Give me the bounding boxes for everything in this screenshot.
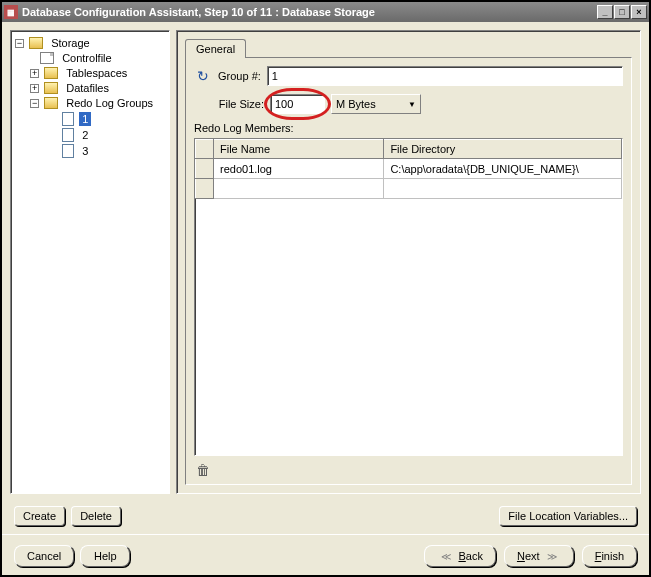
tree-label-controlfile[interactable]: Controlfile bbox=[59, 51, 115, 65]
tree-label-datafiles[interactable]: Datafiles bbox=[63, 81, 112, 95]
table-row-empty[interactable] bbox=[196, 179, 622, 199]
filesize-row: File Size: M Bytes ▼ bbox=[194, 94, 623, 114]
close-button[interactable]: × bbox=[631, 5, 647, 19]
cancel-button[interactable]: Cancel bbox=[14, 545, 74, 567]
app-icon: ▦ bbox=[4, 5, 18, 19]
redo-log-members-label: Redo Log Members: bbox=[194, 122, 623, 134]
create-button[interactable]: Create bbox=[14, 506, 65, 526]
chevron-right-icon: ≫ bbox=[543, 551, 561, 562]
row-header[interactable] bbox=[196, 179, 214, 199]
file-icon bbox=[40, 52, 54, 64]
tree-node-group3[interactable]: 3 bbox=[15, 143, 165, 159]
next-button[interactable]: Next ≫ bbox=[504, 545, 574, 567]
help-button[interactable]: Help bbox=[80, 545, 130, 567]
tree-label-tablespaces[interactable]: Tablespaces bbox=[63, 66, 130, 80]
expand-icon[interactable]: + bbox=[30, 69, 39, 78]
tab-strip: General bbox=[185, 39, 632, 58]
members-grid: File Name File Directory redo01.log C:\a… bbox=[195, 139, 622, 199]
nav-left-group: Cancel Help bbox=[14, 545, 130, 567]
expand-icon[interactable]: + bbox=[30, 84, 39, 93]
window-title: Database Configuration Assistant, Step 1… bbox=[22, 6, 597, 18]
col-file-directory[interactable]: File Directory bbox=[384, 140, 622, 159]
collapse-icon[interactable]: − bbox=[30, 99, 39, 108]
cell-empty[interactable] bbox=[384, 179, 622, 199]
filesize-unit-dropdown[interactable]: M Bytes ▼ bbox=[331, 94, 421, 114]
group-label: Group #: bbox=[218, 70, 261, 82]
refresh-icon[interactable]: ↻ bbox=[194, 67, 212, 85]
group-number-input[interactable] bbox=[267, 66, 623, 86]
nav-right-group: ≪ Back Next ≫ Finish bbox=[424, 545, 637, 567]
storage-tree[interactable]: − Storage Controlfile + Tablespaces + Da… bbox=[10, 30, 170, 494]
cell-file-directory[interactable]: C:\app\oradata\{DB_UNIQUE_NAME}\ bbox=[384, 159, 622, 179]
tree-node-group1[interactable]: 1 bbox=[15, 110, 165, 126]
group-row: ↻ Group #: bbox=[194, 66, 623, 86]
back-button[interactable]: ≪ Back bbox=[424, 545, 496, 567]
tree-node-redolog[interactable]: − Redo Log Groups bbox=[15, 95, 165, 110]
left-button-group: Create Delete bbox=[14, 506, 121, 526]
titlebar: ▦ Database Configuration Assistant, Step… bbox=[2, 2, 649, 22]
finish-button[interactable]: Finish bbox=[582, 545, 637, 567]
chevron-down-icon: ▼ bbox=[408, 100, 416, 109]
window-controls: _ □ × bbox=[597, 5, 647, 19]
file-location-variables-button[interactable]: File Location Variables... bbox=[499, 506, 637, 526]
folder-icon bbox=[44, 97, 58, 109]
filesize-unit-value: M Bytes bbox=[336, 98, 376, 110]
tree-label-storage[interactable]: Storage bbox=[48, 36, 93, 50]
panel-buttons-row: Create Delete File Location Variables... bbox=[2, 502, 649, 530]
tree-label-redolog[interactable]: Redo Log Groups bbox=[63, 96, 156, 110]
minimize-button[interactable]: _ bbox=[597, 5, 613, 19]
redo-log-members-table[interactable]: File Name File Directory redo01.log C:\a… bbox=[194, 138, 623, 456]
row-header-blank bbox=[196, 140, 214, 159]
tab-content-general: ↻ Group #: File Size: M Bytes ▼ Redo Log bbox=[185, 57, 632, 485]
folder-icon bbox=[29, 37, 43, 49]
collapse-icon[interactable]: − bbox=[15, 39, 24, 48]
page-icon bbox=[62, 128, 74, 142]
page-icon bbox=[62, 112, 74, 126]
tree-node-group2[interactable]: 2 bbox=[15, 127, 165, 143]
filesize-input[interactable] bbox=[270, 94, 325, 114]
col-file-name[interactable]: File Name bbox=[214, 140, 384, 159]
delete-button[interactable]: Delete bbox=[71, 506, 121, 526]
content-area: − Storage Controlfile + Tablespaces + Da… bbox=[2, 22, 649, 502]
filesize-label: File Size: bbox=[194, 98, 264, 110]
folder-icon bbox=[44, 67, 58, 79]
filesize-highlight bbox=[270, 94, 325, 114]
tree-node-datafiles[interactable]: + Datafiles bbox=[15, 80, 165, 95]
tree-root-storage[interactable]: − Storage bbox=[15, 35, 165, 50]
tree-label-group1[interactable]: 1 bbox=[79, 112, 91, 126]
maximize-button[interactable]: □ bbox=[614, 5, 630, 19]
window-frame: ▦ Database Configuration Assistant, Step… bbox=[0, 0, 651, 577]
cell-empty[interactable] bbox=[214, 179, 384, 199]
page-icon bbox=[62, 144, 74, 158]
row-header[interactable] bbox=[196, 159, 214, 179]
tab-general[interactable]: General bbox=[185, 39, 246, 58]
trash-icon[interactable]: 🗑 bbox=[194, 460, 212, 480]
wizard-nav-row: Cancel Help ≪ Back Next ≫ Finish bbox=[2, 534, 649, 577]
tree-label-group3[interactable]: 3 bbox=[79, 144, 91, 158]
folder-icon bbox=[44, 82, 58, 94]
cell-file-name[interactable]: redo01.log bbox=[214, 159, 384, 179]
details-panel: General ↻ Group #: File Size: M Bytes bbox=[176, 30, 641, 494]
back-button-wrap: ≪ Back bbox=[424, 545, 496, 567]
tree-node-controlfile[interactable]: Controlfile bbox=[15, 50, 165, 65]
chevron-left-icon: ≪ bbox=[437, 551, 455, 562]
tree-label-group2[interactable]: 2 bbox=[79, 128, 91, 142]
table-row[interactable]: redo01.log C:\app\oradata\{DB_UNIQUE_NAM… bbox=[196, 159, 622, 179]
tree-node-tablespaces[interactable]: + Tablespaces bbox=[15, 65, 165, 80]
